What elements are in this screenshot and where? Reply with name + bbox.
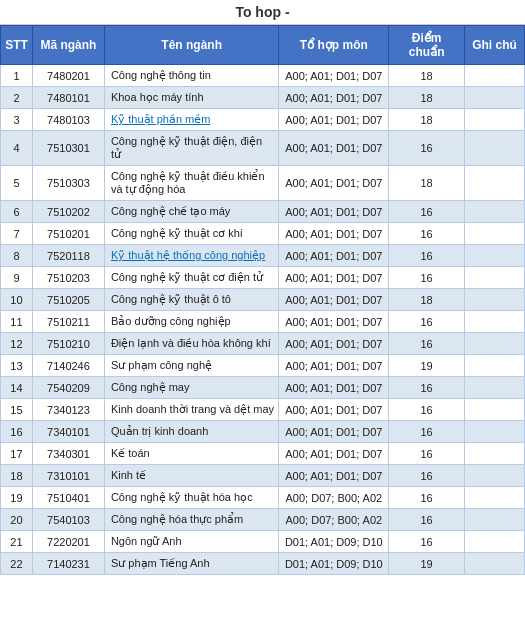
col-header-diem: Điểm chuẩn [389,26,465,65]
cell-ghi-chu [465,289,525,311]
cell-diem-chuan: 19 [389,355,465,377]
table-row: 77510201Công nghệ kỹ thuật cơ khíA00; A0… [1,223,525,245]
table-row: 27480101Khoa học máy tínhA00; A01; D01; … [1,87,525,109]
cell-ghi-chu [465,87,525,109]
main-table: STT Mã ngành Tên ngành Tổ hợp môn Điểm c… [0,25,525,575]
cell-diem-chuan: 16 [389,399,465,421]
cell-ten-nganh: Công nghệ thông tin [104,65,279,87]
cell-stt: 16 [1,421,33,443]
cell-tohop: A00; A01; D01; D07 [279,87,389,109]
table-row: 197510401Công nghệ kỹ thuật hóa họcA00; … [1,487,525,509]
table-row: 37480103Kỹ thuật phần mềmA00; A01; D01; … [1,109,525,131]
cell-diem-chuan: 16 [389,421,465,443]
table-row: 147540209Công nghệ mayA00; A01; D01; D07… [1,377,525,399]
cell-ten-nganh: Công nghệ kỹ thuật cơ khí [104,223,279,245]
table-row: 17480201Công nghệ thông tinA00; A01; D01… [1,65,525,87]
cell-tohop: A00; D07; B00; A02 [279,487,389,509]
table-row: 107510205Công nghệ kỹ thuật ô tôA00; A01… [1,289,525,311]
cell-tohop: D01; A01; D09; D10 [279,531,389,553]
cell-ten-nganh: Điện lạnh và điều hòa không khí [104,333,279,355]
cell-ten-nganh: Kế toán [104,443,279,465]
cell-ten-nganh: Sư phạm Tiếng Anh [104,553,279,575]
cell-diem-chuan: 16 [389,245,465,267]
cell-ghi-chu [465,65,525,87]
cell-diem-chuan: 16 [389,509,465,531]
cell-ghi-chu [465,109,525,131]
cell-ghi-chu [465,465,525,487]
cell-stt: 9 [1,267,33,289]
cell-stt: 14 [1,377,33,399]
cell-ma: 7480103 [32,109,104,131]
cell-stt: 20 [1,509,33,531]
cell-diem-chuan: 16 [389,443,465,465]
cell-diem-chuan: 16 [389,333,465,355]
table-row: 97510203Công nghệ kỹ thuật cơ điện tửA00… [1,267,525,289]
cell-ten-nganh: Quản trị kinh doanh [104,421,279,443]
cell-ten-nganh: Công nghệ hóa thực phẩm [104,509,279,531]
cell-ghi-chu [465,355,525,377]
cell-ma: 7310101 [32,465,104,487]
cell-ten-nganh: Khoa học máy tính [104,87,279,109]
cell-tohop: A00; A01; D01; D07 [279,399,389,421]
cell-ma: 7510202 [32,201,104,223]
cell-ghi-chu [465,377,525,399]
cell-ghi-chu [465,421,525,443]
cell-diem-chuan: 16 [389,311,465,333]
cell-ten-nganh: Công nghệ kỹ thuật điện, điện tử [104,131,279,166]
cell-stt: 6 [1,201,33,223]
cell-ghi-chu [465,399,525,421]
cell-diem-chuan: 18 [389,109,465,131]
cell-ghi-chu [465,553,525,575]
cell-ten-nganh: Bảo dưỡng công nghiệp [104,311,279,333]
cell-ghi-chu [465,201,525,223]
table-header-row: STT Mã ngành Tên ngành Tổ hợp môn Điểm c… [1,26,525,65]
cell-ma: 7520118 [32,245,104,267]
cell-tohop: D01; A01; D09; D10 [279,553,389,575]
cell-diem-chuan: 18 [389,289,465,311]
cell-tohop: A00; A01; D01; D07 [279,355,389,377]
cell-ten-nganh: Ngôn ngữ Anh [104,531,279,553]
cell-stt: 3 [1,109,33,131]
col-header-ten: Tên ngành [104,26,279,65]
cell-tohop: A00; A01; D01; D07 [279,443,389,465]
table-row: 177340301Kế toánA00; A01; D01; D0716 [1,443,525,465]
cell-stt: 10 [1,289,33,311]
table-row: 157340123Kinh doanh thời trang và dệt ma… [1,399,525,421]
cell-stt: 5 [1,166,33,201]
table-row: 187310101Kinh tếA00; A01; D01; D0716 [1,465,525,487]
cell-stt: 2 [1,87,33,109]
cell-ma: 7510401 [32,487,104,509]
col-header-tohop: Tổ hợp môn [279,26,389,65]
cell-tohop: A00; A01; D01; D07 [279,131,389,166]
cell-stt: 17 [1,443,33,465]
cell-ma: 7510205 [32,289,104,311]
cell-diem-chuan: 16 [389,223,465,245]
header-banner: To hop - [0,0,525,25]
cell-tohop: A00; A01; D01; D07 [279,377,389,399]
header-text: To hop - [235,4,289,20]
cell-stt: 22 [1,553,33,575]
cell-ma: 7140231 [32,553,104,575]
cell-ghi-chu [465,531,525,553]
cell-ten-nganh: Kỹ thuật phần mềm [104,109,279,131]
cell-ten-nganh: Kinh tế [104,465,279,487]
cell-ma: 7510203 [32,267,104,289]
cell-diem-chuan: 18 [389,87,465,109]
cell-tohop: A00; A01; D01; D07 [279,421,389,443]
cell-ten-nganh: Công nghệ kỹ thuật ô tô [104,289,279,311]
cell-ma: 7540103 [32,509,104,531]
table-row: 117510211Bảo dưỡng công nghiệpA00; A01; … [1,311,525,333]
cell-tohop: A00; A01; D01; D07 [279,223,389,245]
cell-ghi-chu [465,223,525,245]
cell-tohop: A00; A01; D01; D07 [279,333,389,355]
cell-ten-nganh: Kinh doanh thời trang và dệt may [104,399,279,421]
cell-ten-nganh: Sư phạm công nghệ [104,355,279,377]
cell-tohop: A00; A01; D01; D07 [279,465,389,487]
cell-ten-nganh: Công nghệ chế tạo máy [104,201,279,223]
cell-diem-chuan: 18 [389,65,465,87]
col-header-ma: Mã ngành [32,26,104,65]
cell-ghi-chu [465,166,525,201]
cell-ten-nganh: Công nghệ kỹ thuật hóa học [104,487,279,509]
cell-stt: 19 [1,487,33,509]
table-row: 127510210Điện lạnh và điều hòa không khí… [1,333,525,355]
